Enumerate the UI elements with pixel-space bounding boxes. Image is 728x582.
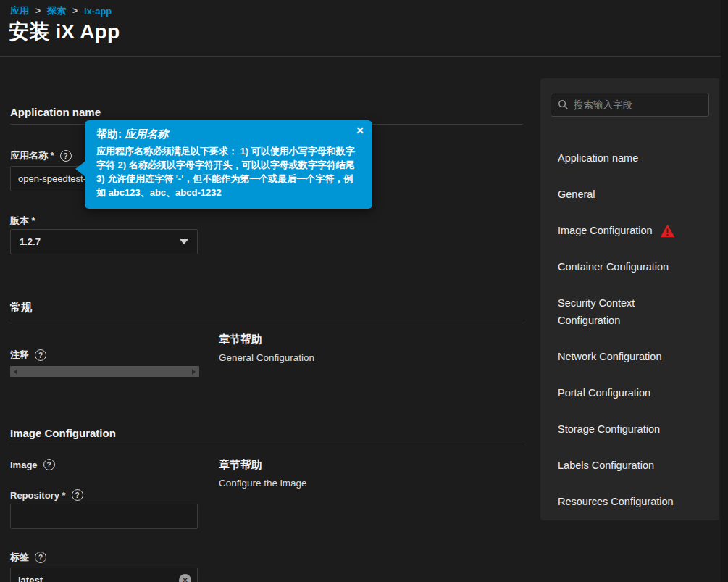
tag-label-row: 标签 ? <box>10 551 46 564</box>
comments-help-icon[interactable]: ? <box>35 349 46 361</box>
chevron-down-icon <box>180 239 188 244</box>
repository-help-icon[interactable]: ? <box>72 489 83 501</box>
image-label: Image <box>10 460 38 470</box>
section-title-general: 常规 <box>10 301 32 315</box>
version-label: 版本 * <box>10 215 35 228</box>
section-divider <box>10 320 523 320</box>
version-label-row: 版本 * <box>10 215 35 228</box>
install-ix-app-screen: 应用 > 探索 > ix-app 安装 iX App Application n… <box>0 0 728 582</box>
section-nav-sidebar: Application name General Image Configura… <box>540 78 719 520</box>
page-title: 安装 iX App <box>9 18 120 46</box>
warning-triangle-icon <box>660 224 675 238</box>
breadcrumb-apps-link[interactable]: 应用 <box>10 4 29 17</box>
breadcrumb-discover-link[interactable]: 探索 <box>47 4 66 17</box>
tag-label: 标签 <box>10 551 29 564</box>
sidebar-item-label: Image Configuration <box>558 222 653 239</box>
sidebar-item-image-configuration[interactable]: Image Configuration <box>558 212 705 249</box>
page-scrollbar[interactable] <box>721 0 728 582</box>
version-select[interactable]: 1.2.7 <box>10 229 198 254</box>
page-header: 应用 > 探索 > ix-app 安装 iX App <box>0 0 728 57</box>
tooltip-title-subject: 应用名称 <box>125 128 168 140</box>
general-section-help-text: General Configuration <box>219 352 314 363</box>
sidebar-item-storage-configuration[interactable]: Storage Configuration <box>558 411 705 447</box>
sidebar-item-resources-configuration[interactable]: Resources Configuration <box>558 483 705 520</box>
repository-label: Repository * <box>10 490 66 501</box>
tag-help-icon[interactable]: ? <box>35 552 46 563</box>
search-icon <box>558 99 569 110</box>
section-divider <box>10 446 523 446</box>
repository-label-row: Repository * ? <box>10 489 83 501</box>
sidebar-item-general[interactable]: General <box>558 176 705 212</box>
image-help-icon[interactable]: ? <box>43 459 55 470</box>
tag-clear-icon[interactable]: ✕ <box>179 574 191 582</box>
image-section-help-text: Configure the image <box>219 478 307 489</box>
app-name-label-row: 应用名称 * ? <box>10 149 72 162</box>
tag-input-wrap: ✕ <box>10 568 198 582</box>
sidebar-item-application-name[interactable]: Application name <box>558 140 705 176</box>
sidebar-search-input[interactable] <box>574 99 702 110</box>
tag-input[interactable] <box>10 568 198 582</box>
tooltip-close-icon[interactable]: ✕ <box>356 125 364 136</box>
comments-horizontal-scrollbar[interactable] <box>10 366 199 377</box>
sidebar-item-labels-configuration[interactable]: Labels Configuration <box>558 447 705 483</box>
comments-label-row: 注释 ? <box>10 349 46 362</box>
app-name-label: 应用名称 * <box>10 149 54 162</box>
version-selected-value: 1.2.7 <box>20 236 41 247</box>
sidebar-search[interactable] <box>551 93 709 117</box>
breadcrumb-separator: > <box>72 6 78 16</box>
tooltip-body: 应用程序名称必须满足以下要求： 1) 可以使用小写字母和数字字符 2) 名称必须… <box>96 145 361 199</box>
scroll-right-arrow-icon[interactable] <box>192 369 196 375</box>
comments-label: 注释 <box>10 349 29 362</box>
scroll-left-arrow-icon[interactable] <box>14 369 17 375</box>
app-name-help-icon[interactable]: ? <box>60 150 72 162</box>
repository-input[interactable] <box>10 504 198 529</box>
breadcrumb-ix-app-link[interactable]: ix-app <box>84 6 112 17</box>
tooltip-arrow <box>75 161 85 177</box>
image-section-help-title: 章节帮助 <box>219 458 262 472</box>
sidebar-item-portal-configuration[interactable]: Portal Configuration <box>558 375 705 411</box>
section-title-image-configuration: Image Configuration <box>10 427 116 439</box>
sidebar-item-security-context-configuration[interactable]: Security Context Configuration <box>558 285 677 338</box>
breadcrumb: 应用 > 探索 > ix-app <box>10 4 112 17</box>
general-section-help-title: 章节帮助 <box>219 333 262 346</box>
sidebar-nav-list: Application name General Image Configura… <box>558 140 705 520</box>
image-label-row: Image ? <box>10 459 55 470</box>
sidebar-item-container-configuration[interactable]: Container Configuration <box>558 249 705 285</box>
section-title-application-name: Application name <box>10 106 101 118</box>
help-tooltip: ✕ 帮助: 应用名称 应用程序名称必须满足以下要求： 1) 可以使用小写字母和数… <box>85 120 372 209</box>
breadcrumb-separator: > <box>35 6 41 16</box>
sidebar-item-network-configuration[interactable]: Network Configuration <box>558 338 705 375</box>
tooltip-title: 帮助: 应用名称 <box>96 128 361 141</box>
tooltip-title-prefix: 帮助: <box>96 128 125 140</box>
